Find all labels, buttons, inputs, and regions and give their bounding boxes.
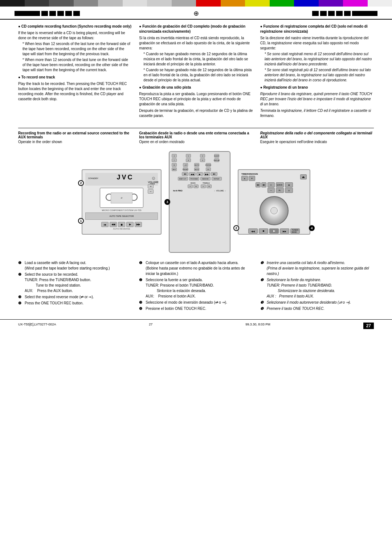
rb-9[interactable]: 9 [200, 158, 205, 162]
recording-title-it: Registrazione della radio o del componen… [260, 131, 374, 139]
rb-7[interactable]: 7 [172, 158, 177, 162]
black-bar-5 [65, 11, 72, 16]
rb-repeat[interactable]: REPEAT [212, 177, 222, 181]
top-color-bar [0, 0, 392, 7]
cd-timer-btn2[interactable]: ▼ [249, 176, 255, 181]
bass-minus[interactable]: − [188, 185, 193, 188]
recording-headers: Recording from the radio or an external … [18, 131, 374, 145]
tc-btn-5[interactable]: ▶▶ [135, 222, 142, 227]
hifi-label: hi-fi PRO [173, 190, 183, 192]
cd-bb4[interactable]: ▶▶ [280, 228, 289, 234]
rb-aux[interactable]: AUX [172, 167, 177, 171]
vol-down-btn[interactable]: − [148, 189, 154, 194]
instructions-en: ❶ Load a cassette with side A facing out… [18, 260, 132, 312]
rb-preset[interactable]: PRESET [183, 167, 188, 171]
rb-program[interactable]: PROGRAM [189, 177, 199, 181]
vol-up-btn[interactable]: + [148, 184, 154, 189]
cd-timer-btn1[interactable]: ▲ [241, 176, 248, 181]
tc-btn-2[interactable]: ◀◀ [110, 222, 117, 227]
tc-btn-3[interactable]: ⏹ [118, 222, 125, 227]
cd-complete-it-section: Funzione di registrazione completa del C… [260, 24, 374, 83]
cd-quick[interactable]: QUICK [276, 182, 284, 187]
rb-ffw[interactable]: ▶▶ [204, 172, 210, 176]
num-1-left: 1 [78, 218, 84, 224]
color-block-4 [74, 0, 98, 7]
instructions-es: ❶ Coloque un cassette con el lado A apun… [139, 260, 253, 312]
color-block-pink [343, 0, 368, 7]
rb-display[interactable]: DISPLAY [214, 158, 219, 162]
cd-b3[interactable]: ◉ [285, 182, 293, 187]
remote-transport: ⏮ ◀◀ ▶ ▶▶ ⏭ [172, 172, 228, 176]
record-one-track-it-section: Registrazione di un brano Riprodurre il … [260, 85, 374, 118]
cd-eject-btn[interactable]: ⏏ [300, 174, 307, 179]
cd-extra-group: ◉ ◎ [285, 182, 293, 193]
top-text-columns: CD complete recording function (Synchro … [18, 24, 374, 121]
bass-buttons: − + [188, 185, 199, 188]
cd-left-controls: TIMER/SNOOZE ▲ ▼ [241, 173, 258, 181]
record-one-track-es-text: Reproduzca la pista a ser grabada. Luego… [139, 92, 253, 107]
cd-b1[interactable]: ⏮ [256, 182, 261, 187]
inst-num-en-3: ❸ [18, 294, 23, 300]
cd-al[interactable]: AL [276, 188, 284, 193]
bass-plus[interactable]: + [193, 185, 199, 188]
rb-10p[interactable]: +10 [183, 163, 188, 167]
rb-2[interactable]: 5 [186, 154, 191, 158]
instructions-section: ❶ Load a cassette with side A facing out… [18, 260, 374, 312]
rb-10[interactable]: 10 [172, 163, 177, 167]
inst-num-it-4: ❹ [260, 306, 265, 311]
inst-text-it-4: Premere il tasto ONE TOUCH REC. [267, 306, 374, 311]
tc-btn-4[interactable]: ▶ [126, 222, 134, 227]
rb-8[interactable]: 8 [186, 158, 191, 162]
rb-blank [217, 163, 222, 167]
rb-stereo[interactable]: STEREO [206, 163, 211, 167]
inst-num-it-3: ❸ [260, 300, 265, 305]
cd-bb1[interactable]: ◀◀ [248, 228, 258, 234]
treble-plus[interactable]: + [207, 185, 212, 188]
cd-b2[interactable]: ⏭ [261, 182, 266, 187]
cd-controls-row: ⏮ ⏭ + − QUICK AL ◉ ◎ [241, 182, 307, 193]
cd-top-controls: TIMER/SNOOZE ▲ ▼ ⏏ [241, 173, 307, 181]
cd-disc-area [241, 194, 307, 227]
record-one-track-es-text2: Después de terminar la grabación, el rep… [139, 108, 253, 118]
col-spanish: Función de grabación del CD completo (mo… [139, 24, 253, 121]
cd-vol-up[interactable]: + [268, 182, 275, 187]
rb-auto2[interactable]: AUTO [194, 167, 199, 171]
color-block-purple [319, 0, 343, 7]
cd-bb3[interactable]: ▶ [269, 228, 279, 234]
rb-3[interactable]: 6 [200, 154, 205, 158]
cd-tuner[interactable]: TUNER/BAND [290, 228, 300, 234]
rb-sleep[interactable]: SLEEP [214, 154, 219, 158]
rb-rew[interactable]: ◀◀ [189, 172, 196, 176]
cd-complete-it-intro: Se la direzione del nastro viene inverti… [260, 36, 374, 51]
rb-1[interactable]: 4 [172, 154, 177, 158]
rb-ch[interactable]: CH [206, 167, 211, 171]
rb-prev[interactable]: ⏮ [182, 172, 188, 176]
rb-next[interactable]: ⏭ [211, 172, 217, 176]
black-bar-9 [328, 11, 335, 16]
rb-play[interactable]: ▶ [196, 172, 203, 176]
cd-complete-intro: If the tape is reversed while a CD is be… [18, 31, 132, 41]
inst-num-es-2: ❷ [139, 277, 144, 299]
cd-vol-dn[interactable]: − [268, 188, 275, 193]
color-block-green [270, 0, 294, 7]
black-bar-7 [312, 11, 319, 16]
recording-title-es: Grabación desde la radio o desde una ent… [139, 131, 253, 139]
num-2-left: 2 [78, 180, 84, 186]
cd-btns-1: ⏮ ⏭ [256, 182, 266, 187]
inst-en-3: ❸ Select the required reverse mode (⇄ or… [18, 294, 132, 300]
inst-num-it-2: ❷ [260, 277, 265, 299]
remote-eq-row: BASS − + TREBLE − + [172, 182, 228, 188]
record-one-track-text: Play the track to be recorded. Then pres… [18, 81, 132, 102]
rb-auto[interactable]: AUTO [194, 163, 199, 167]
cd-bb2[interactable]: ⏹ [259, 228, 268, 234]
treble-minus[interactable]: − [201, 185, 206, 188]
cd-b4[interactable]: ◎ [285, 188, 293, 193]
cd-complete-es-section: Función de grabación del CD completo (mo… [139, 24, 253, 83]
auto-tape-selector-label: AUTO TAPE SELECTOR [109, 215, 134, 217]
rb-beat[interactable]: BEAT CUT [178, 177, 188, 181]
jvc-logo: JVC [117, 174, 134, 181]
inst-it-3: ❸ Selezionare il modo autoreverse deside… [260, 300, 374, 305]
tc-btn-1[interactable]: ⏮ [101, 222, 109, 227]
inst-es-1: ❶ Coloque un cassette con el lado A apun… [139, 260, 253, 276]
rb-random[interactable]: RANDOM [200, 177, 211, 181]
